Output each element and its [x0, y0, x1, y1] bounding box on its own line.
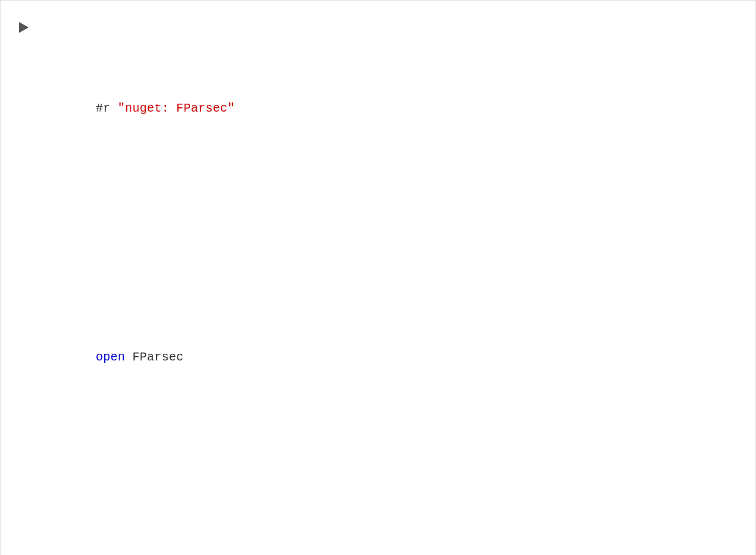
- hash-r-text: #r: [96, 101, 118, 115]
- notebook-cell: #r "nuget: FParsec" open FParsec let tes…: [0, 0, 756, 555]
- code-line-1: #r "nuget: FParsec": [37, 77, 741, 140]
- code-block: #r "nuget: FParsec" open FParsec let tes…: [37, 15, 741, 555]
- code-line-3: open FParsec: [37, 326, 741, 389]
- cell-content-area: #r "nuget: FParsec" open FParsec let tes…: [37, 1, 755, 555]
- code-line-blank-1: [37, 223, 741, 243]
- cell-gutter: [1, 1, 37, 555]
- open-keyword: open: [96, 350, 125, 364]
- run-button[interactable]: [15, 19, 32, 36]
- open-rest: FParsec: [125, 350, 184, 364]
- nuget-string: "nuget: FParsec": [118, 101, 235, 115]
- code-line-blank-2: [37, 471, 741, 492]
